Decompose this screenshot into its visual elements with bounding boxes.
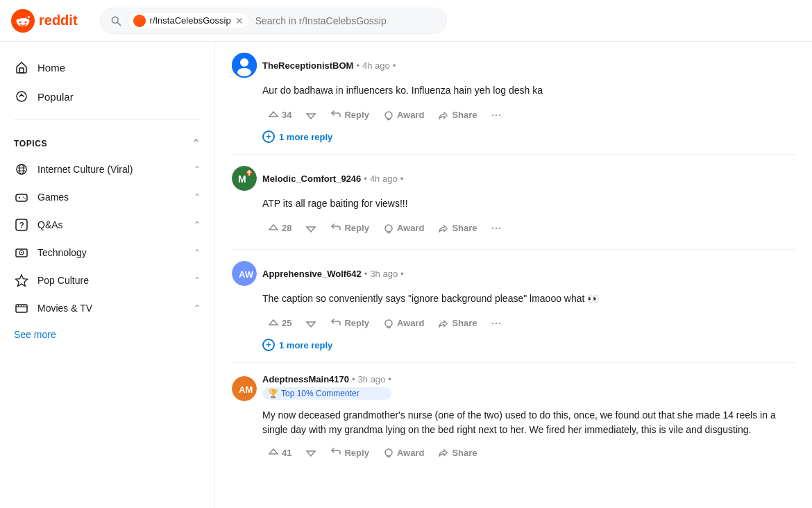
sidebar-item-popular[interactable]: Popular	[0, 82, 214, 111]
comment-header: M Melodic_Comfort_9246 • 4h ago •	[232, 166, 795, 191]
sidebar: Home Popular TOPICS ⌃ Internet Culture (…	[0, 42, 215, 508]
home-icon	[14, 60, 29, 75]
badge-label: Top 10% Commenter	[281, 389, 360, 398]
header: reddit r/InstaCelebsGossip ✕	[0, 0, 812, 42]
svg-point-7	[17, 19, 20, 22]
subreddit-pill[interactable]: r/InstaCelebsGossip ✕	[127, 12, 250, 29]
popular-icon	[14, 89, 29, 104]
reply-button[interactable]: Reply	[325, 315, 374, 332]
svg-point-18	[23, 196, 24, 198]
comment-actions: 25 Reply Award Share	[232, 313, 795, 333]
clear-subreddit-button[interactable]: ✕	[235, 15, 244, 26]
upvote-icon	[268, 110, 279, 121]
more-replies-icon: +	[262, 339, 275, 351]
svg-point-6	[28, 16, 30, 18]
sidebar-item-technology[interactable]: Technology ⌃	[0, 239, 214, 266]
comment-time: 3h ago	[370, 269, 398, 279]
comment-body: My now deceased grandmother's nurse (one…	[232, 408, 795, 437]
search-icon	[110, 15, 121, 26]
reply-button[interactable]: Reply	[325, 107, 374, 124]
comment-body: Aur do badhawa in influencers ko. Influe…	[232, 83, 795, 98]
reply-button[interactable]: Reply	[325, 444, 374, 461]
comment-header: AW Apprehensive_Wolf642 • 3h ago •	[232, 261, 795, 286]
internet-culture-chevron: ⌃	[194, 164, 201, 174]
award-button[interactable]: Award	[378, 220, 430, 237]
reddit-icon	[11, 9, 35, 33]
share-icon	[438, 447, 449, 458]
upvote-icon	[268, 223, 279, 234]
upvote-count: 41	[282, 448, 291, 458]
more-replies-icon: +	[262, 130, 275, 143]
upvote-count: 28	[282, 223, 291, 233]
award-button[interactable]: Award	[378, 315, 430, 332]
share-button[interactable]: Share	[432, 107, 482, 124]
comment-actions: 28 Reply Award Share	[232, 218, 795, 238]
games-label: Games	[37, 192, 69, 203]
downvote-button[interactable]	[300, 315, 322, 332]
reply-icon	[330, 223, 341, 234]
search-bar[interactable]: r/InstaCelebsGossip ✕	[100, 8, 447, 34]
technology-icon	[14, 245, 29, 260]
share-icon	[438, 110, 449, 121]
comment-time: 4h ago	[370, 173, 398, 184]
reply-icon	[330, 318, 341, 329]
sidebar-popular-label: Popular	[37, 91, 74, 103]
upvote-button[interactable]: 34	[262, 107, 297, 124]
badge-icon: 🏆	[268, 389, 278, 398]
more-options-button[interactable]: ···	[486, 105, 507, 125]
comment-meta: AdeptnessMain4170 • 3h ago •	[262, 374, 391, 384]
upvote-button[interactable]: 41	[262, 444, 297, 461]
sidebar-divider	[14, 119, 201, 120]
share-button[interactable]: Share	[432, 315, 482, 332]
svg-point-38	[385, 225, 392, 232]
upvote-button[interactable]: 28	[262, 220, 297, 237]
downvote-button[interactable]	[300, 220, 322, 237]
svg-point-33	[237, 68, 251, 76]
see-more-button[interactable]: See more	[0, 322, 214, 347]
svg-point-34	[385, 112, 392, 119]
downvote-button[interactable]	[300, 444, 322, 461]
svg-point-24	[21, 252, 22, 253]
more-options-button[interactable]: ···	[486, 313, 507, 333]
qandas-label: Q&As	[37, 219, 63, 230]
svg-rect-11	[19, 68, 24, 73]
reply-icon	[330, 110, 341, 121]
avatar: M	[232, 166, 257, 191]
sidebar-item-internet-culture[interactable]: Internet Culture (Viral) ⌃	[0, 155, 214, 183]
share-icon	[438, 318, 449, 329]
upvote-button[interactable]: 25	[262, 315, 297, 332]
share-button[interactable]: Share	[432, 444, 482, 461]
comment-header: AM AdeptnessMain4170 • 3h ago • 🏆 Top 10…	[232, 374, 795, 403]
search-input[interactable]	[255, 15, 437, 26]
more-replies-button[interactable]: + 1 more reply	[232, 339, 795, 351]
award-button[interactable]: Award	[378, 107, 430, 124]
sidebar-item-movies-tv[interactable]: Movies & TV ⌃	[0, 294, 214, 322]
more-replies-button[interactable]: + 1 more reply	[232, 130, 795, 143]
svg-text:AM: AM	[239, 384, 253, 395]
more-options-button[interactable]: ···	[486, 218, 507, 238]
reply-button[interactable]: Reply	[325, 220, 374, 237]
svg-point-13	[17, 164, 26, 174]
reddit-logo: reddit	[11, 9, 78, 33]
avatar: AM	[232, 376, 257, 401]
sidebar-item-games[interactable]: Games ⌃	[0, 183, 214, 211]
award-icon	[383, 318, 394, 329]
downvote-icon	[305, 223, 316, 234]
svg-marker-25	[16, 275, 28, 286]
upvote-count: 34	[282, 110, 291, 120]
topics-collapse-icon[interactable]: ⌃	[192, 137, 201, 150]
award-icon	[383, 223, 394, 234]
qandas-chevron: ⌃	[194, 220, 201, 230]
sidebar-home-label: Home	[37, 62, 65, 74]
sidebar-item-home[interactable]: Home	[0, 53, 214, 82]
more-replies-text: 1 more reply	[279, 340, 332, 350]
sidebar-item-pop-culture[interactable]: Pop Culture ⌃	[0, 266, 214, 294]
svg-point-14	[19, 164, 24, 174]
more-replies-text: 1 more reply	[279, 132, 332, 142]
share-button[interactable]: Share	[432, 220, 482, 237]
svg-rect-15	[16, 194, 27, 201]
upvote-icon	[268, 447, 279, 458]
sidebar-item-qandas[interactable]: ? Q&As ⌃	[0, 211, 214, 239]
downvote-button[interactable]	[300, 107, 322, 124]
award-button[interactable]: Award	[378, 444, 430, 461]
